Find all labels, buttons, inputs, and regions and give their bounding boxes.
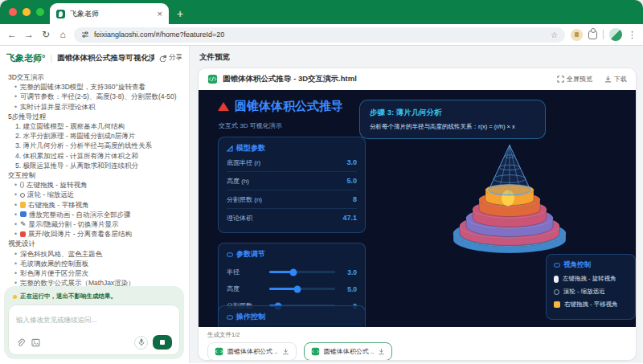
expand-icon [20,231,26,237]
radius-slider[interactable] [269,271,335,273]
slider-row: 半径 3.0 [227,268,357,276]
stop-icon [160,340,165,345]
mouse-icon [554,276,559,283]
close-window-button[interactable] [9,8,17,16]
fullscreen-preview-button[interactable]: 全屏预览 [557,75,592,84]
avatar[interactable] [609,28,622,41]
list-item: 毛玻璃效果的控制面板 [8,259,181,268]
status-dot-icon [13,295,17,299]
mic-button[interactable] [134,336,148,350]
site-settings-icon[interactable] [81,31,89,39]
file-chip[interactable]: 圆锥体体积公式 .. [207,342,297,361]
list-item: 2. 水平分割原理 - 将圆锥分割成n层薄片 [8,131,181,141]
param-row: 底面半径 (r)3.0 [227,153,357,172]
chat-composer: 正在运行中，退出不影响生成结果。 [4,286,184,359]
step-title: 步骤 3: 薄片几何分析 [370,108,535,118]
list-item: 1. 建立圆锥模型 - 观察基本几何结构 [8,121,181,131]
generated-files-strip: 生成文件1/2 圆锥体体积公式 .. [199,327,636,361]
list-item: 右键拖拽 - 平移视角 [8,200,181,210]
preview-panel-title: 文件预览 [199,52,637,63]
magnifier-icon [20,193,25,198]
slider-thumb[interactable] [289,268,297,276]
list-item: ✎显示/隐藏分割 - 切换薄片显示 [8,219,181,229]
preview-card-header: 圆锥体体积公式推导 - 3D交互演示.html 全屏预览 下载 [199,68,636,90]
list-item: 滚轮 - 缩放远近 [8,190,181,199]
chat-input-card [8,305,180,355]
height-slider[interactable] [269,288,335,290]
step-description: 分析每个薄片的半径与高度的线性关系：r(x) = (r/h) × x [370,123,535,131]
app-logo[interactable]: 飞象老师° [6,52,45,64]
image-icon[interactable] [31,338,40,347]
maximize-window-button[interactable] [36,8,44,16]
pencil-icon: ✎ [20,221,27,227]
list-item: 5. 极限运算推导 - 从离散求和到连续积分 [8,161,181,170]
download-icon[interactable] [378,348,385,355]
download-button[interactable]: 下载 [604,75,627,84]
share-button[interactable]: 分享 [159,53,182,63]
list-item: 展开/收回薄片 - 分离查看各层结构 [8,229,181,239]
bookmark-star-icon[interactable]: ☆ [551,31,558,39]
model-params-panel: 模型参数 底面半径 (r)3.0 高度 (h)5.0 分割层数 (n)8 理论体… [218,137,366,233]
tab-close-icon[interactable]: × [158,9,162,18]
extensions-icon[interactable] [588,31,597,39]
param-row: 分割层数 (n)8 [227,190,357,209]
list-item: 完整的圆锥体3D模型，支持360°旋转查看 [8,82,181,92]
attachment-icon[interactable] [16,338,25,347]
stop-generating-button[interactable] [153,335,172,350]
hand-icon [20,202,26,208]
mic-icon [138,338,145,346]
share-icon [159,55,166,62]
hand-icon [554,301,560,308]
tab-title: 飞象老师 [70,9,153,19]
view-hint-row: 左键拖拽 - 旋转视角 [554,275,628,283]
slider-thumb[interactable] [294,285,301,292]
profile-badge-icon[interactable] [571,29,583,41]
fullscreen-icon [557,76,564,83]
forward-icon[interactable]: → [23,29,35,40]
section-title: 视觉设计 [8,239,181,248]
html-file-icon [215,347,223,356]
preview-card: 圆锥体体积公式推导 - 3D交互演示.html 全屏预览 下载 [198,67,637,361]
view-hint-row: 右键拖拽 - 平移视角 [554,301,628,309]
param-row: 高度 (h)5.0 [227,172,357,190]
download-icon[interactable] [282,348,289,355]
file-chip-active[interactable]: 圆锥体体积公式 .. [304,342,393,361]
list-item: 3. 薄片几何分析 - 分析半径与高度的线性关系 [8,141,181,150]
list-item: 左键拖拽 - 旋转视角 [8,180,181,190]
address-bar[interactable]: feixianglaoshi.com/#/home?featureId=20 ☆ [74,27,565,43]
section-title: 5步推导过程 [8,112,181,121]
magnifier-icon [554,289,559,295]
param-row: 理论体积47.1 [227,209,357,227]
html-file-icon [311,347,320,356]
cone-3d-rendering[interactable] [436,138,584,263]
header-divider: | [50,54,52,63]
demo-subtitle: 交互式 3D 可视化演示 [219,121,282,130]
url-text: feixianglaoshi.com/#/home?featureId=20 [94,31,546,39]
cone-logo-icon [218,102,229,111]
view-hint-row: 滚轮 - 缩放远近 [554,288,628,296]
new-tab-button[interactable]: + [177,7,183,20]
conversation-title: 圆锥体体积公式推导可视化演示 [57,53,154,63]
html-preview-viewport[interactable]: 圆锥体体积公式推导 交互式 3D 可视化演示 模型参数 底面半径 (r)3.0 … [199,90,636,327]
section-title: 交互控制 [8,170,181,180]
section-title: 3D交互演示 [8,72,181,82]
run-status: 正在运行中，退出不影响生成结果。 [8,290,180,305]
back-icon[interactable]: ← [6,29,18,40]
browser-window: 飞象老师 × + ← → ↻ ⌂ feixianglaoshi.com/#/ho… [0,0,643,364]
reload-icon[interactable]: ↻ [40,29,51,40]
list-item: 可调节参数：半径(2-5)、高度(3-8)、分割层数(4-50) [8,92,181,101]
window-controls [9,8,44,16]
view-control-panel: 视角控制 左键拖拽 - 旋转视角 滚轮 - 缩放远近 右键拖拽 - 平移视角 [546,254,636,320]
gamepad-icon [227,314,233,321]
chat-input[interactable] [16,316,172,324]
list-item: 实时计算并显示理论体积 [8,102,181,112]
app-header: 飞象老师° | 圆锥体体积公式推导可视化演示 分享 [0,46,189,70]
download-icon [604,76,612,83]
home-icon[interactable]: ⌂ [57,29,68,40]
browser-menu-icon[interactable]: ⋮ [628,30,637,40]
list-item: 4. 体积累加过程 - 计算所有薄片体积之和 [8,151,181,161]
minimize-window-button[interactable] [23,8,31,16]
browser-tab[interactable]: 飞象老师 × [50,3,169,24]
list-item: 深色科技风格、蓝色主题色 [8,249,181,259]
file-preview-panel: 文件预览 圆锥体体积公式推导 - 3D交互演示.html 全屏预览 [190,46,643,363]
